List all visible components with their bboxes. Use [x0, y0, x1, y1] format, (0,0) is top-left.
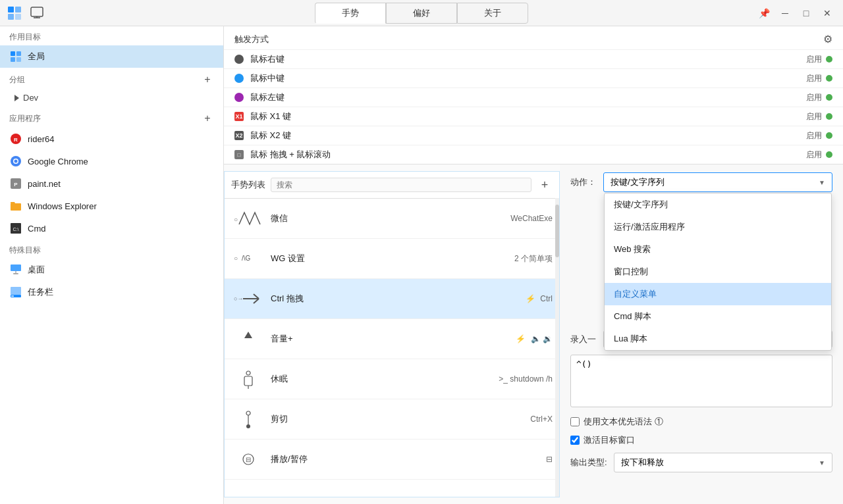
svg-point-39	[246, 424, 250, 428]
chrome-label: Google Chrome	[28, 157, 88, 166]
rider64-icon: R	[9, 132, 22, 145]
svg-rect-6	[11, 51, 15, 56]
desktop-icon	[9, 263, 22, 276]
titlebar-second-icon	[29, 5, 45, 21]
minimize-button[interactable]: ─	[776, 4, 794, 22]
activate-window-checkbox[interactable]	[570, 436, 580, 445]
dropdown-item-cmd[interactable]: Cmd 脚本	[605, 305, 831, 328]
cmd-icon: C:\	[9, 222, 22, 235]
main-content: 作用目标 全局 分组 + Dev 应用程序 +	[0, 26, 843, 504]
trigger-name-middle: 鼠标中键	[250, 72, 806, 84]
trigger-status-dot-right	[826, 56, 832, 63]
gesture-shape-ctrl: ○→	[231, 284, 265, 313]
maximize-button[interactable]: □	[797, 4, 815, 22]
scrollbar-thumb[interactable]	[555, 205, 559, 257]
sidebar-item-chrome[interactable]: Google Chrome	[0, 150, 223, 172]
gesture-shape-volume	[231, 324, 265, 353]
gesture-row-volume[interactable]: 音量+ ⚡ 🔈 🔉	[225, 319, 559, 359]
gesture-row-sleep[interactable]: 休眠 >_ shutdown /h	[225, 359, 559, 399]
special-header: 特殊目标	[0, 239, 223, 259]
dropdown-item-lua[interactable]: Lua 脚本	[605, 328, 831, 350]
sidebar-item-paintnet[interactable]: P paint.net	[0, 172, 223, 195]
sidebar-item-taskbar[interactable]: 任务栏	[0, 281, 223, 303]
trigger-header: 触发方式 ⚙	[224, 26, 843, 49]
trigger-status-dot-left	[826, 94, 832, 101]
close-button[interactable]: ✕	[818, 4, 836, 22]
svg-rect-23	[11, 287, 21, 295]
dropdown-item-run[interactable]: 运行/激活应用程序	[605, 216, 831, 238]
scrollbar-track[interactable]	[555, 198, 559, 497]
titlebar-tabs: 手势 偏好 关于	[315, 3, 528, 24]
gesture-row-wg[interactable]: ○ /\G WG 设置 2 个简单项	[225, 239, 559, 279]
chevron-down-icon: ▼	[819, 179, 825, 186]
svg-rect-25	[11, 295, 14, 297]
gesture-action-volume: ⚡ 🔈 🔉	[516, 334, 553, 343]
trigger-dot-right	[234, 55, 244, 64]
output-chevron-down-icon: ▼	[819, 459, 825, 466]
sidebar-global-label: 全局	[28, 51, 45, 63]
action-type-select[interactable]: 按键/文字序列 ▼ 按键/文字序列 运行/激活应用程序 Web 搜索 窗口控制 …	[603, 172, 832, 192]
sidebar-group-dev[interactable]: Dev	[0, 89, 223, 107]
output-type-row: 输出类型: 按下和释放 ▼	[570, 453, 832, 472]
sidebar: 作用目标 全局 分组 + Dev 应用程序 +	[0, 26, 224, 504]
svg-rect-8	[11, 57, 15, 62]
gesture-row-play[interactable]: ⊟ 播放/暂停 ⊟	[225, 440, 559, 480]
gesture-action-play: ⊟	[546, 455, 553, 464]
action-select-row: 动作： 按键/文字序列 ▼ 按键/文字序列 运行/激活应用程序 Web 搜索 窗…	[570, 172, 832, 192]
use-text-priority-label: 使用文本优先语法 ①	[584, 416, 663, 428]
gesture-row-wechat[interactable]: ○ 微信 WeChatExe	[225, 199, 559, 239]
ctrl-action-label: Ctrl	[540, 294, 553, 303]
trigger-status-middle: 启用	[806, 73, 822, 84]
dropdown-item-keyseq[interactable]: 按键/文字序列	[605, 193, 831, 216]
dropdown-item-window[interactable]: 窗口控制	[605, 261, 831, 283]
paintnet-icon: P	[9, 177, 22, 190]
output-type-select[interactable]: 按下和释放 ▼	[614, 453, 832, 472]
sidebar-item-desktop[interactable]: 桌面	[0, 259, 223, 281]
gesture-list-header: 手势列表 +	[225, 172, 559, 199]
gesture-shape-cut	[231, 405, 265, 434]
add-group-button[interactable]: +	[201, 73, 214, 86]
dropdown-item-web[interactable]: Web 搜索	[605, 238, 831, 261]
gesture-action-sleep: >_ shutdown /h	[499, 374, 553, 384]
tab-about[interactable]: 关于	[457, 3, 528, 24]
svg-rect-20	[11, 265, 21, 271]
special-label: 特殊目标	[9, 245, 41, 256]
sidebar-item-global[interactable]: 全局	[0, 45, 223, 68]
trigger-name-drag: 鼠标 拖拽 + 鼠标滚动	[250, 149, 806, 161]
add-app-button[interactable]: +	[201, 112, 214, 125]
sidebar-item-explorer[interactable]: Windows Explorer	[0, 195, 223, 217]
svg-rect-3	[15, 14, 21, 20]
trigger-dot-middle	[234, 74, 244, 83]
gesture-name-ctrl: Ctrl 拖拽	[271, 293, 520, 305]
action-textarea[interactable]: ^()	[570, 355, 832, 407]
svg-rect-4	[31, 7, 43, 16]
action-label: 动作：	[570, 176, 597, 188]
sidebar-item-rider64[interactable]: R rider64	[0, 128, 223, 150]
gesture-name-volume: 音量+	[271, 333, 510, 345]
gesture-shape-wg: ○ /\G	[231, 244, 265, 273]
trigger-gear-icon[interactable]: ⚙	[823, 33, 832, 45]
rider64-label: rider64	[28, 134, 54, 144]
trigger-status-dot-drag	[826, 151, 832, 158]
use-text-priority-checkbox[interactable]	[570, 417, 580, 426]
pin-button[interactable]: 📌	[755, 4, 773, 22]
trigger-row-left: 鼠标左键 启用	[224, 88, 843, 107]
gesture-name-play: 播放/暂停	[271, 453, 541, 465]
trigger-dot-left	[234, 93, 244, 102]
gesture-row-cut[interactable]: 剪切 Ctrl+X	[225, 399, 559, 440]
svg-point-14	[14, 160, 18, 163]
tab-preferences[interactable]: 偏好	[386, 3, 457, 24]
app-logo-icon	[7, 5, 22, 21]
gesture-search-input[interactable]	[271, 178, 531, 192]
svg-text:○: ○	[234, 216, 238, 223]
gesture-action-ctrl: ⚡ Ctrl	[526, 294, 553, 303]
tab-gestures[interactable]: 手势	[315, 3, 386, 24]
sidebar-item-cmd[interactable]: C:\ Cmd	[0, 217, 223, 239]
trigger-row-x1: X1 鼠标 X1 键 启用	[224, 107, 843, 126]
svg-rect-21	[13, 273, 18, 274]
gesture-add-button[interactable]: +	[537, 177, 553, 193]
app-header: 应用程序 +	[0, 107, 223, 128]
dropdown-item-custommenu[interactable]: 自定义菜单	[605, 283, 831, 305]
svg-text:○: ○	[234, 255, 238, 262]
gesture-row-ctrl[interactable]: ○→ Ctrl 拖拽 ⚡ Ctrl	[225, 279, 559, 319]
